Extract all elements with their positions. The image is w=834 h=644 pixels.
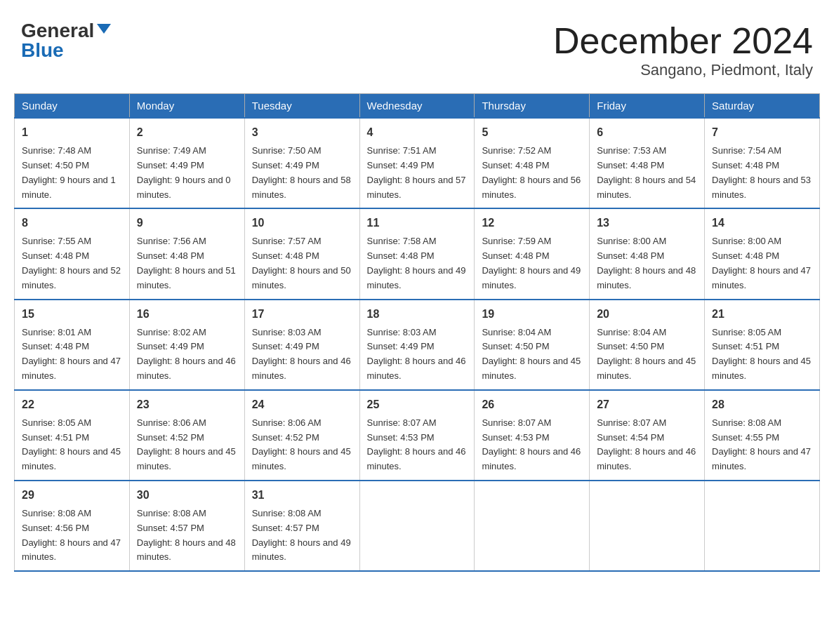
calendar-cell: 13 Sunrise: 8:00 AM Sunset: 4:48 PM Dayl…	[590, 208, 705, 299]
calendar-cell: 22 Sunrise: 8:05 AM Sunset: 4:51 PM Dayl…	[15, 390, 130, 481]
cell-content: Sunrise: 8:08 AM Sunset: 4:55 PM Dayligh…	[712, 416, 812, 474]
calendar-cell	[359, 481, 475, 571]
day-number: 11	[367, 215, 468, 232]
day-number: 2	[137, 124, 237, 141]
day-number: 5	[482, 124, 582, 141]
cell-content: Sunrise: 8:04 AM Sunset: 4:50 PM Dayligh…	[597, 326, 697, 384]
week-row-2: 8 Sunrise: 7:55 AM Sunset: 4:48 PM Dayli…	[15, 208, 820, 299]
day-number: 16	[137, 306, 237, 323]
day-number: 1	[22, 124, 122, 141]
calendar-header: SundayMondayTuesdayWednesdayThursdayFrid…	[15, 94, 820, 119]
calendar-cell	[705, 481, 820, 571]
cell-content: Sunrise: 8:03 AM Sunset: 4:49 PM Dayligh…	[252, 326, 352, 384]
calendar-cell: 2 Sunrise: 7:49 AM Sunset: 4:49 PM Dayli…	[129, 118, 244, 208]
cell-content: Sunrise: 7:51 AM Sunset: 4:49 PM Dayligh…	[367, 144, 468, 202]
calendar-cell: 26 Sunrise: 8:07 AM Sunset: 4:53 PM Dayl…	[475, 390, 590, 481]
cell-content: Sunrise: 7:50 AM Sunset: 4:49 PM Dayligh…	[252, 144, 352, 202]
day-number: 30	[137, 487, 237, 504]
day-number: 31	[252, 487, 352, 504]
calendar-cell: 16 Sunrise: 8:02 AM Sunset: 4:49 PM Dayl…	[129, 300, 244, 390]
day-number: 15	[22, 306, 122, 323]
logo-general-text: General	[21, 21, 94, 41]
calendar-body: 1 Sunrise: 7:48 AM Sunset: 4:50 PM Dayli…	[15, 118, 820, 571]
cell-content: Sunrise: 8:02 AM Sunset: 4:49 PM Dayligh…	[137, 326, 237, 384]
day-number: 21	[712, 306, 812, 323]
location-text: Sangano, Piedmont, Italy	[553, 61, 813, 79]
month-title: December 2024	[553, 21, 813, 61]
day-number: 25	[367, 396, 468, 413]
weekday-header-sunday: Sunday	[15, 94, 130, 119]
weekday-header-thursday: Thursday	[475, 94, 590, 119]
calendar-cell: 31 Sunrise: 8:08 AM Sunset: 4:57 PM Dayl…	[244, 481, 359, 571]
week-row-4: 22 Sunrise: 8:05 AM Sunset: 4:51 PM Dayl…	[15, 390, 820, 481]
day-number: 13	[597, 215, 697, 232]
cell-content: Sunrise: 8:04 AM Sunset: 4:50 PM Dayligh…	[482, 326, 582, 384]
calendar-cell: 29 Sunrise: 8:08 AM Sunset: 4:56 PM Dayl…	[15, 481, 130, 571]
calendar-cell: 19 Sunrise: 8:04 AM Sunset: 4:50 PM Dayl…	[475, 300, 590, 390]
calendar-cell: 23 Sunrise: 8:06 AM Sunset: 4:52 PM Dayl…	[129, 390, 244, 481]
calendar-cell: 18 Sunrise: 8:03 AM Sunset: 4:49 PM Dayl…	[359, 300, 475, 390]
calendar-cell: 20 Sunrise: 8:04 AM Sunset: 4:50 PM Dayl…	[590, 300, 705, 390]
week-row-1: 1 Sunrise: 7:48 AM Sunset: 4:50 PM Dayli…	[15, 118, 820, 208]
day-number: 10	[252, 215, 352, 232]
cell-content: Sunrise: 8:07 AM Sunset: 4:53 PM Dayligh…	[482, 416, 582, 474]
cell-content: Sunrise: 7:53 AM Sunset: 4:48 PM Dayligh…	[597, 144, 697, 202]
cell-content: Sunrise: 8:08 AM Sunset: 4:57 PM Dayligh…	[252, 507, 352, 565]
calendar-cell: 3 Sunrise: 7:50 AM Sunset: 4:49 PM Dayli…	[244, 118, 359, 208]
day-number: 8	[22, 215, 122, 232]
page-header: General Blue December 2024 Sangano, Pied…	[14, 14, 820, 79]
weekday-header-row: SundayMondayTuesdayWednesdayThursdayFrid…	[15, 94, 820, 119]
cell-content: Sunrise: 8:07 AM Sunset: 4:53 PM Dayligh…	[367, 416, 468, 474]
weekday-header-monday: Monday	[129, 94, 244, 119]
weekday-header-wednesday: Wednesday	[359, 94, 475, 119]
calendar-cell: 27 Sunrise: 8:07 AM Sunset: 4:54 PM Dayl…	[590, 390, 705, 481]
day-number: 3	[252, 124, 352, 141]
day-number: 26	[482, 396, 582, 413]
cell-content: Sunrise: 7:49 AM Sunset: 4:49 PM Dayligh…	[137, 144, 237, 202]
calendar-cell: 17 Sunrise: 8:03 AM Sunset: 4:49 PM Dayl…	[244, 300, 359, 390]
cell-content: Sunrise: 7:56 AM Sunset: 4:48 PM Dayligh…	[137, 234, 237, 293]
day-number: 6	[597, 124, 697, 141]
weekday-header-friday: Friday	[590, 94, 705, 119]
calendar-cell: 7 Sunrise: 7:54 AM Sunset: 4:48 PM Dayli…	[705, 118, 820, 208]
calendar-table: SundayMondayTuesdayWednesdayThursdayFrid…	[14, 93, 820, 572]
day-number: 4	[367, 124, 468, 141]
day-number: 12	[482, 215, 582, 232]
weekday-header-saturday: Saturday	[705, 94, 820, 119]
cell-content: Sunrise: 8:01 AM Sunset: 4:48 PM Dayligh…	[22, 326, 122, 384]
cell-content: Sunrise: 8:00 AM Sunset: 4:48 PM Dayligh…	[712, 234, 812, 293]
calendar-cell: 5 Sunrise: 7:52 AM Sunset: 4:48 PM Dayli…	[475, 118, 590, 208]
cell-content: Sunrise: 8:00 AM Sunset: 4:48 PM Dayligh…	[597, 234, 697, 293]
calendar-cell: 15 Sunrise: 8:01 AM Sunset: 4:48 PM Dayl…	[15, 300, 130, 390]
cell-content: Sunrise: 7:57 AM Sunset: 4:48 PM Dayligh…	[252, 234, 352, 293]
cell-content: Sunrise: 8:08 AM Sunset: 4:56 PM Dayligh…	[22, 507, 122, 565]
cell-content: Sunrise: 7:58 AM Sunset: 4:48 PM Dayligh…	[367, 234, 468, 293]
day-number: 29	[22, 487, 122, 504]
day-number: 9	[137, 215, 237, 232]
day-number: 18	[367, 306, 468, 323]
weekday-header-tuesday: Tuesday	[244, 94, 359, 119]
day-number: 7	[712, 124, 812, 141]
cell-content: Sunrise: 8:03 AM Sunset: 4:49 PM Dayligh…	[367, 326, 468, 384]
day-number: 20	[597, 306, 697, 323]
calendar-cell: 10 Sunrise: 7:57 AM Sunset: 4:48 PM Dayl…	[244, 208, 359, 299]
calendar-cell: 4 Sunrise: 7:51 AM Sunset: 4:49 PM Dayli…	[359, 118, 475, 208]
day-number: 23	[137, 396, 237, 413]
cell-content: Sunrise: 8:06 AM Sunset: 4:52 PM Dayligh…	[137, 416, 237, 474]
cell-content: Sunrise: 8:05 AM Sunset: 4:51 PM Dayligh…	[22, 416, 122, 474]
cell-content: Sunrise: 7:54 AM Sunset: 4:48 PM Dayligh…	[712, 144, 812, 202]
calendar-cell: 25 Sunrise: 8:07 AM Sunset: 4:53 PM Dayl…	[359, 390, 475, 481]
cell-content: Sunrise: 7:48 AM Sunset: 4:50 PM Dayligh…	[22, 144, 122, 202]
calendar-cell: 24 Sunrise: 8:06 AM Sunset: 4:52 PM Dayl…	[244, 390, 359, 481]
cell-content: Sunrise: 8:06 AM Sunset: 4:52 PM Dayligh…	[252, 416, 352, 474]
day-number: 14	[712, 215, 812, 232]
calendar-cell: 1 Sunrise: 7:48 AM Sunset: 4:50 PM Dayli…	[15, 118, 130, 208]
calendar-cell: 11 Sunrise: 7:58 AM Sunset: 4:48 PM Dayl…	[359, 208, 475, 299]
calendar-cell: 6 Sunrise: 7:53 AM Sunset: 4:48 PM Dayli…	[590, 118, 705, 208]
cell-content: Sunrise: 8:05 AM Sunset: 4:51 PM Dayligh…	[712, 326, 812, 384]
calendar-cell	[590, 481, 705, 571]
day-number: 19	[482, 306, 582, 323]
cell-content: Sunrise: 7:55 AM Sunset: 4:48 PM Dayligh…	[22, 234, 122, 293]
calendar-cell	[475, 481, 590, 571]
week-row-5: 29 Sunrise: 8:08 AM Sunset: 4:56 PM Dayl…	[15, 481, 820, 571]
